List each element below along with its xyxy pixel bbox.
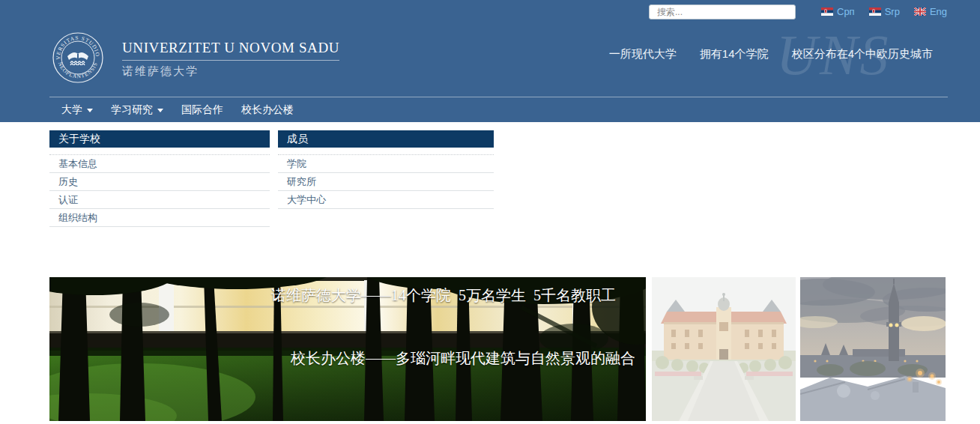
tagline-part: 拥有14个学院 — [700, 47, 769, 60]
site-header: UNS Срп — [0, 0, 980, 122]
open-book-icon — [67, 52, 88, 65]
tagline-part: 校区分布在4个中欧历史城市 — [792, 47, 933, 60]
site-title[interactable]: UNIVERZITET U NOVOM SADU — [122, 40, 339, 61]
nav-item-international[interactable]: 国际合作 — [172, 97, 232, 122]
main-nav: 大学 学习研究 国际合作 校长办公楼 — [52, 97, 303, 122]
menu-item-faculties[interactable]: 学院 — [278, 155, 494, 173]
caption-line-1: 诺维萨德大学——14个学院 5万名学生 5千名教职工 — [271, 285, 635, 306]
carousel-slide-palace[interactable] — [652, 277, 796, 421]
page: UNS Срп — [0, 0, 980, 424]
nav-item-university[interactable]: 大学 — [52, 97, 102, 122]
language-label: Срп — [837, 6, 855, 17]
nav-item-study-research[interactable]: 学习研究 — [102, 97, 172, 122]
language-label: Srp — [885, 6, 900, 17]
language-link-english[interactable]: Eng — [914, 6, 947, 17]
university-seal-logo[interactable]: UNIVERSITAS STUDIORUM NEOPLANTENSIS — [52, 32, 103, 83]
search-input[interactable] — [649, 4, 796, 19]
site-subtitle-chinese: 诺维萨德大学 — [122, 64, 339, 79]
nav-item-rectorate[interactable]: 校长办公楼 — [232, 97, 303, 122]
language-label: Eng — [930, 6, 947, 17]
serbia-flag-icon — [821, 7, 833, 16]
menu-item-institutes[interactable]: 研究所 — [278, 173, 494, 191]
chevron-down-icon — [157, 109, 163, 112]
menu-item-organization[interactable]: 组织结构 — [49, 209, 270, 227]
dropdown-list: 学院 研究所 大学中心 — [278, 154, 494, 209]
carousel-slide-rectorate[interactable]: 诺维萨德大学——14个学院 5万名学生 5千名教职工 校长办公楼——多瑙河畔现代… — [49, 277, 646, 421]
uk-flag-icon — [914, 7, 926, 16]
dropdown-list: 基本信息 历史 认证 组织结构 — [49, 154, 270, 227]
language-link-latin[interactable]: Srp — [869, 6, 900, 17]
serbia-flag-icon — [869, 7, 881, 16]
menu-item-university-centers[interactable]: 大学中心 — [278, 191, 494, 209]
language-switcher: Срп Srp — [821, 5, 947, 17]
dropdown-title-about[interactable]: 关于学校 — [49, 130, 270, 148]
language-link-cyrillic[interactable]: Срп — [821, 6, 855, 17]
dropdown-panel-about: 关于学校 基本信息 历史 认证 组织结构 — [49, 130, 270, 227]
nav-label: 学习研究 — [111, 103, 153, 117]
brand-block: UNIVERZITET U NOVOM SADU 诺维萨德大学 — [122, 40, 339, 79]
chevron-down-icon — [87, 109, 93, 112]
header-tagline: 一所现代大学 拥有14个学院 校区分布在4个中欧历史城市 — [609, 47, 933, 61]
svg-text:NEOPLANTENSIS: NEOPLANTENSIS — [57, 61, 99, 80]
carousel-caption: 诺维萨德大学——14个学院 5万名学生 5千名教职工 校长办公楼——多瑙河畔现代… — [271, 277, 635, 411]
menu-item-accreditation[interactable]: 认证 — [49, 191, 270, 209]
nav-label: 大学 — [61, 103, 82, 117]
tagline-part: 一所现代大学 — [609, 47, 677, 60]
menu-item-basic-info[interactable]: 基本信息 — [49, 155, 270, 173]
carousel-slide-tower-dusk[interactable] — [800, 277, 946, 421]
caption-line-2: 校长办公楼——多瑙河畔现代建筑与自然景观的融合 — [271, 348, 635, 369]
dropdown-title-members[interactable]: 成员 — [278, 130, 494, 148]
seal-bottom-text: NEOPLANTENSIS — [57, 61, 99, 80]
dropdown-panel-members: 成员 学院 研究所 大学中心 — [278, 130, 494, 209]
photo-carousel: 诺维萨德大学——14个学院 5万名学生 5千名教职工 校长办公楼——多瑙河畔现代… — [49, 277, 946, 421]
nav-label: 国际合作 — [181, 103, 223, 117]
nav-label: 校长办公楼 — [241, 103, 294, 117]
menu-item-history[interactable]: 历史 — [49, 173, 270, 191]
